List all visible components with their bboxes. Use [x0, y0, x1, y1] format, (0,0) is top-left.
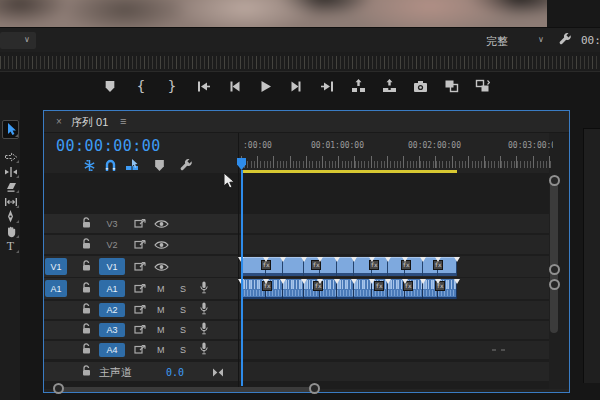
voiceover-record-mic-icon[interactable]	[199, 301, 209, 319]
master-volume-value[interactable]: 0.0	[166, 366, 184, 377]
solo-button[interactable]: S	[180, 345, 186, 355]
clip-cut-marker	[402, 257, 408, 262]
clip-cut-marker	[317, 257, 323, 262]
track-target-button[interactable]: V1	[99, 258, 125, 275]
sync-lock-icon[interactable]	[134, 301, 147, 319]
lock-icon[interactable]	[81, 321, 92, 339]
tools-panel: T	[0, 100, 20, 400]
mute-button[interactable]: M	[157, 305, 165, 315]
add-marker-button[interactable]	[100, 76, 120, 96]
zoom-handle-right[interactable]	[309, 383, 320, 394]
track-target-button[interactable]: A4	[99, 343, 125, 357]
hand-tool[interactable]	[2, 224, 19, 239]
panel-menu-icon[interactable]: ≡	[120, 115, 126, 127]
toggle-track-output-icon[interactable]	[154, 215, 169, 233]
solo-button[interactable]: S	[180, 284, 186, 294]
track-lane-a3[interactable]	[239, 321, 549, 339]
mute-button[interactable]: M	[157, 325, 165, 335]
track-target-button[interactable]: V3	[99, 214, 125, 233]
snap-toggle[interactable]	[103, 158, 117, 172]
sync-lock-icon[interactable]	[134, 236, 147, 254]
toggle-track-output-icon[interactable]	[154, 236, 169, 254]
monitor-settings-wrench-icon[interactable]	[558, 32, 572, 50]
monitor-scrubber[interactable]	[0, 52, 600, 72]
zoom-level-dropdown[interactable]: 完整	[486, 34, 508, 49]
track-header: A1 A1 M S	[44, 278, 238, 299]
time-ruler[interactable]	[241, 152, 553, 168]
lock-icon[interactable]	[81, 236, 92, 254]
selection-tool[interactable]	[2, 120, 19, 139]
extract-button[interactable]	[379, 76, 399, 96]
razor-tool[interactable]	[2, 179, 19, 194]
export-frame-button[interactable]	[410, 76, 430, 96]
voiceover-record-mic-icon[interactable]	[199, 321, 209, 339]
track-header: A3 M S	[44, 321, 238, 339]
comparison-view-button[interactable]	[441, 76, 461, 96]
scrollbar-handle[interactable]	[549, 264, 560, 275]
sync-lock-icon[interactable]	[134, 280, 147, 298]
linked-selection-toggle[interactable]	[125, 158, 139, 172]
zoom-handle-left[interactable]	[53, 383, 64, 394]
lock-icon[interactable]	[81, 301, 92, 319]
lock-icon[interactable]	[81, 363, 92, 381]
add-marker-button[interactable]	[152, 158, 166, 172]
sync-lock-icon[interactable]	[134, 341, 147, 359]
nest-insert-toggle[interactable]	[82, 158, 96, 172]
voiceover-record-mic-icon[interactable]	[199, 280, 209, 298]
ruler-labels[interactable]: :00:0000:01:00:0000:02:00:0000:03:00:0	[241, 141, 553, 152]
playhead-timecode[interactable]: 00:00:00:00	[56, 137, 161, 155]
toggle-track-output-icon[interactable]	[154, 258, 169, 276]
play-button[interactable]	[255, 76, 275, 96]
lock-icon[interactable]	[81, 258, 92, 276]
multi-camera-button[interactable]	[472, 76, 492, 96]
resolution-dropdown[interactable]: ∨	[0, 32, 36, 49]
track-target-button[interactable]: A2	[99, 303, 125, 317]
step-back-button[interactable]	[224, 76, 244, 96]
track-lane-master[interactable]	[239, 362, 549, 381]
track-select-forward-tool[interactable]	[2, 149, 19, 164]
mark-in-button[interactable]: {	[131, 76, 151, 96]
go-to-in-button[interactable]	[193, 76, 213, 96]
track-lane-v3[interactable]	[239, 214, 549, 233]
mark-out-button[interactable]: }	[162, 76, 182, 96]
lock-icon[interactable]	[81, 215, 92, 233]
source-patch-button[interactable]: A1	[45, 280, 67, 297]
sync-lock-icon[interactable]	[134, 215, 147, 233]
type-tool[interactable]: T	[2, 239, 19, 254]
pen-tool[interactable]	[2, 209, 19, 224]
scrollbar-handle[interactable]	[549, 279, 560, 290]
slip-tool[interactable]	[2, 194, 19, 209]
voiceover-record-mic-icon[interactable]	[199, 341, 209, 359]
chevron-down-icon[interactable]: ∨	[538, 35, 544, 44]
track-target-button[interactable]: A1	[99, 280, 125, 297]
solo-button[interactable]: S	[180, 325, 186, 335]
horizontal-zoom-scrollbar[interactable]	[58, 387, 315, 392]
mute-button[interactable]: M	[157, 345, 165, 355]
source-patch-button[interactable]: V1	[45, 258, 67, 275]
lock-icon[interactable]	[81, 341, 92, 359]
timeline-settings-button[interactable]	[179, 158, 193, 172]
sync-lock-icon[interactable]	[134, 321, 147, 339]
track-lane-v2[interactable]	[239, 235, 549, 254]
track-target-button[interactable]: A3	[99, 323, 125, 337]
go-to-out-button[interactable]	[317, 76, 337, 96]
step-forward-button[interactable]	[286, 76, 306, 96]
lock-icon[interactable]	[81, 280, 92, 298]
work-area-bar[interactable]	[241, 170, 457, 173]
solo-button[interactable]: S	[180, 305, 186, 315]
mute-button[interactable]: M	[157, 284, 165, 294]
pan-bowtie-icon[interactable]	[212, 363, 224, 381]
clip-cut-marker	[435, 257, 441, 262]
track-row-a4: A4 M S	[44, 341, 549, 359]
sequence-tab[interactable]: 序列 01	[71, 115, 108, 130]
track-lane-a2[interactable]	[239, 301, 549, 319]
ripple-edit-tool[interactable]	[2, 164, 19, 179]
track-target-button[interactable]: V2	[99, 235, 125, 254]
vertical-scrollbar[interactable]	[550, 177, 558, 333]
scrollbar-handle[interactable]	[549, 175, 560, 186]
close-icon[interactable]: ×	[56, 116, 62, 127]
ruler-label: 00:03:00:0	[508, 141, 553, 150]
lift-button[interactable]	[348, 76, 368, 96]
transport-controls: { }	[100, 74, 492, 98]
sync-lock-icon[interactable]	[134, 258, 147, 276]
